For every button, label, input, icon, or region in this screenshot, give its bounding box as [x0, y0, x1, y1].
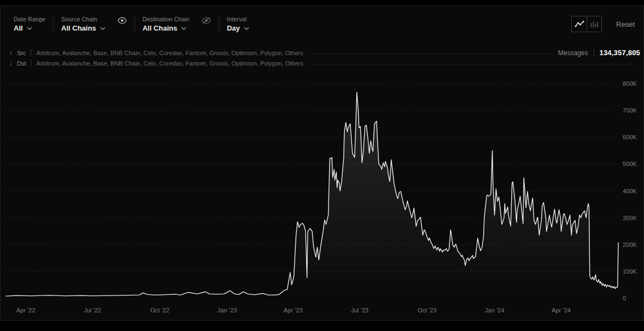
messages-total: 134,357,805 — [600, 49, 641, 57]
chevron-down-icon — [27, 27, 32, 30]
reset-button[interactable]: Reset — [616, 20, 635, 28]
x-axis-label: Oct ’22 — [150, 307, 169, 314]
dotted-leader — [309, 54, 553, 54]
chart-type-toggle — [571, 16, 602, 32]
source-chain-value[interactable]: All Chains — [61, 24, 96, 32]
toolbar-divider — [219, 16, 219, 32]
filter-toolbar: Date Range All Source Chain All Chains — [1, 6, 643, 40]
destination-chain-filter[interactable]: Destination Chain All Chains — [143, 16, 211, 32]
x-axis-label: Jan ’24 — [485, 307, 504, 314]
x-axis-label: Jul ’23 — [351, 307, 368, 314]
x-axis-label: Apr ’24 — [552, 307, 571, 314]
toolbar-right: Reset — [571, 16, 635, 32]
interval-label: Interval — [227, 16, 249, 22]
x-axis-label: Apr ’22 — [16, 307, 36, 314]
source-visibility-eye-icon[interactable] — [118, 17, 127, 24]
y-axis-label: 0 — [623, 295, 626, 302]
messages-chart[interactable]: 0100K200K300K400K500K600K700K800KApr ’22… — [1, 77, 644, 321]
series-area — [6, 92, 618, 298]
x-axis-label: Jan ’23 — [218, 307, 237, 314]
filter-groups: Date Range All Source Chain All Chains — [14, 16, 249, 32]
date-range-filter[interactable]: Date Range All — [14, 16, 45, 32]
analytics-panel: Date Range All Source Chain All Chains — [0, 5, 644, 321]
source-chain-label: Source Chain — [61, 16, 106, 22]
chevron-down-icon — [244, 27, 249, 30]
x-axis-label: Oct ’23 — [418, 307, 437, 314]
y-axis-label: 700K — [623, 107, 637, 114]
date-range-value[interactable]: All — [14, 24, 23, 32]
src-chain-list: Arbitrum, Avalanche, Base, BNB Chain, Ce… — [37, 50, 303, 56]
dst-row: ↓ Dst Arbitrum, Avalanche, Base, BNB Cha… — [1, 58, 643, 68]
x-axis-label: Apr ’23 — [284, 307, 303, 314]
divider — [31, 60, 31, 67]
chevron-down-icon — [181, 27, 186, 30]
y-axis-label: 100K — [623, 268, 637, 275]
destination-chain-label: Destination Chain — [143, 16, 190, 22]
src-row: ↑ Src Arbitrum, Avalanche, Base, BNB Cha… — [1, 48, 643, 58]
y-axis-label: 800K — [623, 80, 637, 87]
dst-chain-list: Arbitrum, Avalanche, Base, BNB Chain, Ce… — [37, 60, 303, 67]
interval-value[interactable]: Day — [227, 24, 240, 32]
dotted-leader — [309, 64, 635, 64]
toolbar-divider — [53, 16, 54, 32]
source-chain-filter[interactable]: Source Chain All Chains — [61, 16, 127, 32]
destination-chain-value[interactable]: All Chains — [143, 24, 178, 32]
date-range-label: Date Range — [14, 16, 45, 22]
toolbar-divider — [134, 16, 135, 32]
y-axis-label: 400K — [623, 188, 637, 194]
summary-rows: ↑ Src Arbitrum, Avalanche, Base, BNB Cha… — [1, 48, 643, 68]
divider — [31, 49, 31, 56]
chevron-down-icon — [100, 27, 106, 30]
y-axis-label: 500K — [623, 161, 637, 167]
y-axis-label: 600K — [623, 134, 637, 140]
arrow-up-icon: ↑ — [9, 50, 17, 56]
y-axis-label: 200K — [623, 241, 637, 248]
src-label: Src — [17, 50, 26, 56]
destination-visibility-eye-off-icon[interactable] — [202, 17, 211, 24]
x-axis-label: Jul ’22 — [84, 307, 101, 314]
divider — [594, 49, 594, 57]
messages-label: Messages — [558, 49, 588, 57]
interval-filter[interactable]: Interval Day — [227, 16, 249, 32]
line-chart-icon[interactable] — [572, 16, 587, 32]
y-axis-label: 300K — [623, 215, 637, 221]
bar-chart-icon[interactable] — [587, 16, 601, 32]
arrow-down-icon: ↓ — [9, 60, 17, 67]
dst-label: Dst — [17, 60, 26, 67]
